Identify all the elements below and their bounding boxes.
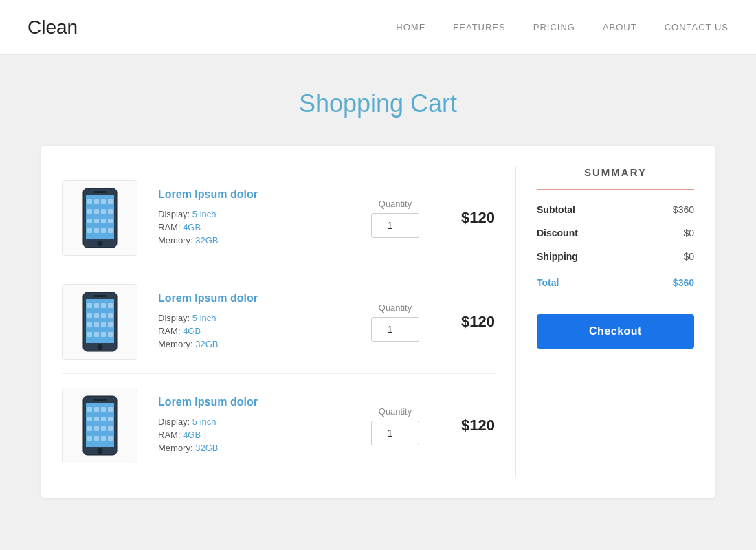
item-details: Lorem Ipsum dolorDisplay: 5 inchRAM: 4GB… [151,188,344,248]
spec-label: Memory: [158,443,195,453]
svg-rect-2 [87,199,92,204]
svg-rect-37 [108,332,113,337]
spec-label: RAM: [158,326,183,336]
svg-rect-48 [101,417,106,421]
spec-label: Memory: [158,235,195,245]
item-image-box [62,180,137,256]
svg-rect-34 [87,332,92,337]
quantity-label: Quantity [379,199,412,209]
svg-rect-49 [108,417,113,421]
item-price: $120 [447,313,495,331]
svg-rect-4 [101,199,106,204]
item-spec: RAM: 4GB [158,222,344,232]
spec-label: RAM: [158,222,183,232]
nav-features[interactable]: FEATURES [453,22,505,32]
svg-rect-42 [87,407,92,412]
quantity-input[interactable] [371,317,419,342]
shipping-label: Shipping [537,251,578,262]
total-value: $360 [673,277,694,288]
svg-rect-31 [94,322,99,327]
svg-rect-57 [108,436,113,441]
svg-rect-51 [94,426,99,431]
nav-home[interactable]: HOME [396,22,425,32]
svg-rect-5 [108,199,113,204]
cart-item: Lorem Ipsum dolorDisplay: 5 inchRAM: 4GB… [62,166,495,270]
site-header: Clean HOMEFEATURESPRICINGABOUTCONTACT US [0,0,756,55]
quantity-input[interactable] [371,213,419,238]
svg-rect-47 [94,417,99,421]
item-spec: RAM: 4GB [158,326,344,336]
nav-about[interactable]: ABOUT [603,22,637,32]
svg-rect-43 [94,407,99,412]
svg-rect-29 [108,313,113,318]
summary-divider [537,189,694,190]
main-content: Shopping Cart Lorem Ipsum dolorDisplay: … [0,55,756,532]
summary-discount-row: Discount $0 [537,228,694,239]
checkout-button[interactable]: Checkout [537,314,694,349]
item-spec: Memory: 32GB [158,443,344,453]
svg-rect-27 [94,313,99,318]
svg-rect-39 [93,295,107,297]
total-label: Total [537,277,559,288]
site-logo[interactable]: Clean [27,16,78,38]
svg-rect-15 [94,228,99,233]
spec-label: RAM: [158,430,183,440]
item-image-box [62,388,137,463]
spec-value: 5 inch [192,313,216,323]
svg-rect-46 [87,417,92,421]
item-details: Lorem Ipsum dolorDisplay: 5 inchRAM: 4GB… [151,292,344,352]
svg-rect-44 [101,407,106,412]
svg-rect-35 [94,332,99,337]
spec-value: 4GB [183,430,201,440]
svg-point-58 [97,448,102,454]
svg-rect-28 [101,313,106,318]
svg-point-38 [97,344,102,350]
main-nav: HOMEFEATURESPRICINGABOUTCONTACT US [396,22,729,32]
svg-rect-7 [94,209,99,214]
spec-value: 32GB [195,235,218,245]
svg-rect-24 [101,303,106,308]
item-name[interactable]: Lorem Ipsum dolor [158,396,344,408]
svg-rect-3 [94,199,99,204]
quantity-label: Quantity [379,406,412,417]
subtotal-value: $360 [673,204,694,215]
svg-rect-9 [108,209,113,214]
svg-rect-6 [87,209,92,214]
svg-rect-32 [101,322,106,327]
svg-rect-17 [108,228,113,233]
item-quantity-group: Quantity [371,406,419,446]
quantity-label: Quantity [379,302,412,313]
svg-rect-33 [108,322,113,327]
item-spec: Display: 5 inch [158,313,344,323]
svg-rect-11 [94,219,99,223]
spec-label: Display: [158,209,192,219]
item-price: $120 [447,417,495,434]
svg-rect-22 [87,303,92,308]
cart-item: Lorem Ipsum dolorDisplay: 5 inchRAM: 4GB… [62,270,495,374]
svg-rect-16 [101,228,106,233]
item-spec: Display: 5 inch [158,417,344,427]
item-name[interactable]: Lorem Ipsum dolor [158,292,344,305]
item-price: $120 [447,209,495,227]
page-title: Shopping Cart [41,89,715,118]
svg-rect-55 [94,436,99,441]
svg-rect-54 [87,436,92,441]
nav-pricing[interactable]: PRICING [533,22,575,32]
quantity-input[interactable] [371,421,419,446]
item-spec: Display: 5 inch [158,209,344,219]
nav-contact[interactable]: CONTACT US [665,22,729,32]
item-details: Lorem Ipsum dolorDisplay: 5 inchRAM: 4GB… [151,396,344,456]
item-name[interactable]: Lorem Ipsum dolor [158,188,344,201]
svg-rect-53 [108,426,113,431]
svg-rect-36 [101,332,106,337]
svg-rect-12 [101,219,106,223]
svg-rect-50 [87,426,92,431]
svg-rect-59 [93,399,107,401]
discount-label: Discount [537,228,578,239]
svg-rect-25 [108,303,113,308]
spec-value: 5 inch [192,417,216,427]
svg-rect-23 [94,303,99,308]
spec-value: 4GB [183,222,201,232]
cart-item: Lorem Ipsum dolorDisplay: 5 inchRAM: 4GB… [62,374,495,477]
item-spec: RAM: 4GB [158,430,344,440]
